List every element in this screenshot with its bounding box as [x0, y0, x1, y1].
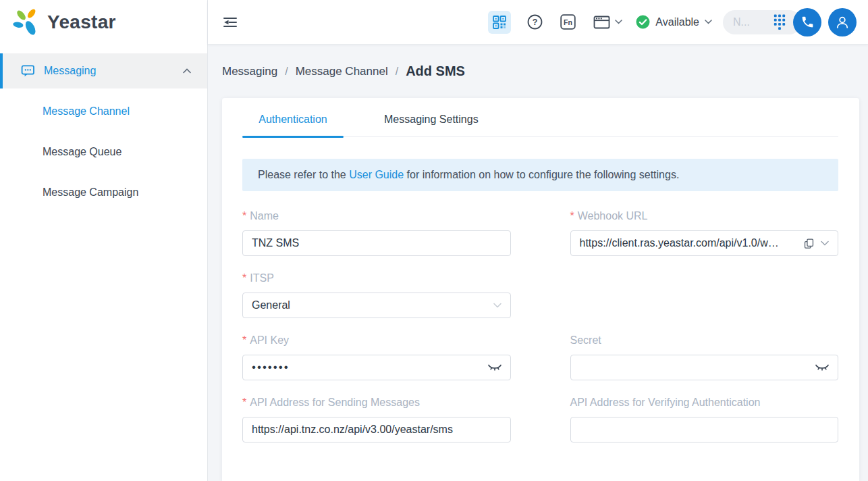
brand-logo: Yeastar — [0, 0, 207, 45]
secret-input[interactable] — [570, 355, 839, 380]
top-bar: ? Fn — [208, 0, 868, 45]
presence-status[interactable]: Available — [636, 15, 712, 29]
sidebar-item-messaging[interactable]: Messaging — [0, 53, 207, 88]
field-webhook-url: * Webhook URL https://client.ras.yeastar… — [570, 210, 839, 256]
required-marker: * — [242, 397, 246, 409]
field-secret: Secret — [570, 334, 839, 380]
eye-closed-icon[interactable] — [487, 363, 502, 372]
grid-spacer — [570, 272, 839, 334]
name-input[interactable] — [242, 230, 511, 256]
svg-text:Fn: Fn — [564, 18, 572, 26]
field-api-address-sending: * API Address for Sending Messages — [242, 397, 511, 442]
breadcrumb: Messaging / Message Channel / Add SMS — [208, 45, 868, 98]
api-key-input[interactable] — [242, 355, 511, 380]
breadcrumb-messaging[interactable]: Messaging — [222, 65, 277, 78]
chevron-up-icon — [183, 68, 191, 74]
api-key-label: API Key — [250, 334, 289, 347]
sidebar: Yeastar Messaging — [0, 0, 208, 481]
chevron-down-icon[interactable] — [821, 240, 829, 246]
breadcrumb-separator: / — [396, 66, 398, 78]
api-address-verifying-label: API Address for Verifying Authentication — [570, 397, 761, 409]
api-address-verifying-input[interactable] — [570, 417, 839, 442]
add-sms-card: Authentication Messaging Settings Please… — [222, 98, 859, 481]
dialpad-icon[interactable] — [774, 14, 786, 30]
field-api-key: * API Key — [242, 334, 511, 380]
field-name: * Name — [242, 210, 511, 256]
window-layout-icon[interactable] — [593, 15, 611, 30]
brand-name: Yeastar — [47, 11, 116, 33]
secret-label: Secret — [570, 334, 601, 347]
itsp-selected-value: General — [252, 299, 487, 311]
itsp-select[interactable]: General — [242, 293, 511, 318]
dial-search-box[interactable] — [723, 10, 801, 34]
chevron-down-icon — [705, 20, 712, 24]
webhook-url-label: Webhook URL — [578, 210, 648, 222]
topbar-actions: ? Fn — [488, 8, 857, 36]
user-guide-link[interactable]: User Guide — [349, 169, 404, 180]
required-marker: * — [570, 210, 574, 222]
webhook-url-value: https://client.ras.yeastar.com/api/v1.0/… — [580, 237, 798, 249]
yeastar-logo-icon — [12, 7, 43, 38]
required-marker: * — [242, 210, 246, 222]
qr-code-button[interactable] — [488, 11, 511, 34]
sidebar-item-message-queue[interactable]: Message Queue — [0, 132, 207, 172]
sidebar-item-message-campaign[interactable]: Message Campaign — [0, 172, 207, 213]
main-area: ? Fn — [208, 0, 868, 481]
webhook-url-input[interactable]: https://client.ras.yeastar.com/api/v1.0/… — [570, 230, 839, 256]
chevron-down-icon — [493, 303, 501, 308]
required-marker: * — [242, 272, 246, 284]
required-marker: * — [242, 334, 246, 347]
tab-bar: Authentication Messaging Settings — [242, 104, 838, 137]
app-root: Yeastar Messaging — [0, 0, 868, 481]
function-keys-icon[interactable]: Fn — [560, 14, 576, 30]
sidebar-submenu: Message Channel Message Queue Message Ca… — [0, 88, 207, 213]
user-avatar-button[interactable] — [828, 8, 857, 36]
authentication-form: * Name * Webhook URL https:/ — [242, 210, 838, 459]
phone-call-button[interactable] — [793, 8, 821, 36]
breadcrumb-message-channel[interactable]: Message Channel — [296, 65, 388, 78]
collapse-sidebar-icon[interactable] — [222, 16, 238, 29]
page-title: Add SMS — [406, 64, 465, 79]
help-icon[interactable]: ? — [527, 14, 543, 30]
tab-authentication[interactable]: Authentication — [242, 104, 344, 136]
info-banner: Please refer to the User Guide for infor… — [242, 159, 838, 191]
name-label: Name — [250, 210, 279, 222]
copy-icon[interactable] — [803, 238, 815, 249]
page-content: Messaging / Message Channel / Add SMS Au… — [208, 45, 868, 481]
tab-messaging-settings[interactable]: Messaging Settings — [384, 104, 479, 136]
sidebar-item-message-channel[interactable]: Message Channel — [0, 91, 207, 132]
banner-text-suffix: for information on how to configure the … — [404, 169, 679, 180]
field-itsp: * ITSP General — [242, 272, 511, 318]
api-address-sending-label: API Address for Sending Messages — [250, 397, 420, 409]
api-address-sending-input[interactable] — [242, 417, 511, 442]
chevron-down-icon[interactable] — [615, 20, 622, 24]
field-api-address-verifying: API Address for Verifying Authentication — [570, 397, 839, 442]
sidebar-nav: Messaging Message Channel Message Queue … — [0, 45, 207, 213]
status-label: Available — [655, 16, 699, 28]
sidebar-item-label: Messaging — [44, 65, 174, 77]
banner-text-prefix: Please refer to the — [258, 169, 349, 180]
svg-text:?: ? — [533, 18, 538, 27]
status-available-icon — [636, 15, 650, 29]
dial-search-input[interactable] — [733, 16, 768, 28]
eye-closed-icon[interactable] — [815, 363, 830, 372]
messaging-icon — [21, 64, 35, 78]
itsp-label: ITSP — [250, 272, 274, 284]
breadcrumb-separator: / — [285, 66, 288, 78]
